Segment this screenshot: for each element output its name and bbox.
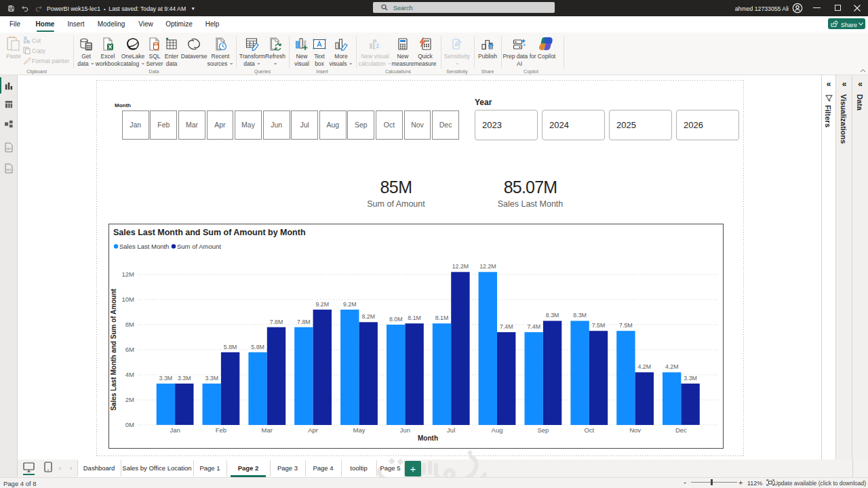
svg-text:3.3M: 3.3M — [205, 375, 218, 382]
svg-text:12.2M: 12.2M — [452, 263, 469, 270]
svg-text:Oct: Oct — [584, 426, 594, 434]
svg-text:8.0M: 8.0M — [389, 316, 403, 323]
svg-text:8.2M: 8.2M — [361, 313, 375, 320]
svg-text:Nov: Nov — [629, 426, 641, 434]
svg-text:2M: 2M — [125, 396, 134, 403]
svg-text:3.3M: 3.3M — [159, 375, 173, 382]
svg-text:4M: 4M — [125, 371, 134, 378]
svg-text:Jul: Jul — [447, 426, 455, 434]
svg-text:Sum of Amount: Sum of Amount — [177, 243, 221, 250]
svg-text:5.8M: 5.8M — [251, 344, 264, 350]
svg-text:8M: 8M — [125, 321, 134, 328]
svg-text:Sales Last Month: Sales Last Month — [119, 243, 169, 250]
svg-text:4.2M: 4.2M — [638, 363, 652, 370]
svg-text:Apr: Apr — [308, 426, 318, 434]
svg-text:12.2M: 12.2M — [479, 263, 496, 270]
svg-text:7.4M: 7.4M — [500, 323, 513, 330]
svg-text:3.3M: 3.3M — [178, 375, 191, 382]
svg-text:Month: Month — [418, 434, 438, 442]
svg-text:Dec: Dec — [675, 426, 687, 434]
svg-text:5.8M: 5.8M — [224, 344, 237, 350]
svg-text:Sep: Sep — [537, 426, 549, 434]
svg-text:Feb: Feb — [216, 426, 226, 434]
svg-text:4.2M: 4.2M — [665, 363, 679, 370]
svg-text:8.1M: 8.1M — [408, 314, 421, 321]
svg-text:7.8M: 7.8M — [270, 319, 283, 325]
svg-text:8.3M: 8.3M — [573, 312, 587, 319]
svg-text:0M: 0M — [125, 421, 134, 428]
svg-text:TMDL: TMDL — [5, 169, 12, 171]
svg-text:7.4M: 7.4M — [527, 323, 540, 330]
svg-text:Jun: Jun — [400, 426, 410, 434]
svg-text:May: May — [353, 426, 366, 434]
svg-text:12M: 12M — [122, 270, 135, 278]
svg-text:3.3M: 3.3M — [684, 375, 697, 382]
svg-text:Aug: Aug — [492, 426, 503, 434]
svg-text:8.1M: 8.1M — [435, 314, 449, 321]
svg-text:10M: 10M — [122, 296, 135, 303]
svg-text:9.2M: 9.2M — [316, 301, 330, 308]
svg-text:Sales Last Month and Sum of Am: Sales Last Month and Sum of Amount by Mo… — [113, 228, 306, 237]
svg-text:Jan: Jan — [170, 426, 180, 434]
svg-text:7.5M: 7.5M — [592, 322, 606, 329]
svg-text:8.3M: 8.3M — [546, 312, 559, 319]
svg-text:7.8M: 7.8M — [297, 319, 311, 325]
svg-text:Mar: Mar — [262, 426, 273, 434]
svg-text:9.2M: 9.2M — [343, 301, 357, 308]
svg-text:7.5M: 7.5M — [619, 322, 633, 329]
svg-text:DAX?: DAX? — [6, 148, 12, 150]
svg-text:6M: 6M — [125, 346, 134, 353]
svg-text:Sales Last Month and Sum of Am: Sales Last Month and Sum of Amount — [110, 289, 117, 411]
